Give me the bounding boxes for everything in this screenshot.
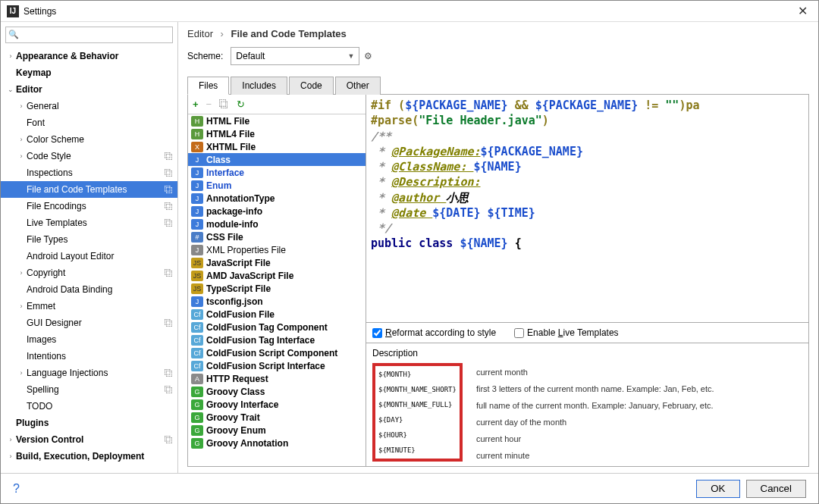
description-section: Description ${MONTH}${MONTH_NAME_SHORT}$… (366, 343, 808, 466)
template-item-css-file[interactable]: #CSS File (188, 230, 366, 243)
template-item-tsconfig-json[interactable]: Jtsconfig.json (188, 295, 366, 308)
template-item-coldfusion-file[interactable]: CfColdFusion File (188, 308, 366, 321)
sidebar-item-file-and-code-templates[interactable]: File and Code Templates⿻ (1, 181, 177, 198)
sidebar-item-todo[interactable]: TODO (1, 398, 177, 415)
template-item-typescript-file[interactable]: JSTypeScript File (188, 282, 366, 295)
cancel-button[interactable]: Cancel (746, 480, 807, 498)
sidebar-item-gui-designer[interactable]: GUI Designer⿻ (1, 315, 177, 331)
reformat-checkbox[interactable]: Reformat according to style (372, 327, 496, 338)
tab-code[interactable]: Code (289, 77, 334, 95)
template-item-amd-javascript-file[interactable]: JSAMD JavaScript File (188, 269, 366, 282)
tab-other[interactable]: Other (335, 77, 381, 95)
tree-arrow-icon: › (5, 436, 16, 443)
crumb-editor[interactable]: Editor (187, 28, 213, 39)
help-icon[interactable]: ? (13, 482, 20, 496)
ok-button[interactable]: OK (696, 480, 739, 498)
template-variable: ${MONTH_NAME_SHORT} (378, 386, 457, 393)
search-input[interactable] (5, 27, 173, 43)
template-name: ColdFusion File (206, 309, 275, 320)
tree-arrow-icon: › (5, 52, 16, 60)
copy-scope-icon: ⿻ (165, 268, 173, 277)
sidebar-item-color-scheme[interactable]: ›Color Scheme (1, 131, 177, 148)
copy-template-button[interactable]: ⿻ (219, 99, 229, 110)
remove-template-button[interactable]: − (206, 99, 212, 110)
sidebar-item-editor[interactable]: ⌄Editor (1, 81, 177, 98)
template-item-groovy-trait[interactable]: GGroovy Trait (188, 411, 366, 424)
template-name: tsconfig.json (206, 296, 263, 307)
template-name: Enum (206, 180, 231, 191)
template-item-annotationtype[interactable]: JAnnotationType (188, 192, 366, 205)
file-type-icon: # (191, 232, 203, 243)
file-type-icon: Cf (191, 309, 203, 320)
copy-scope-icon: ⿻ (165, 368, 173, 377)
sidebar-item-font[interactable]: Font (1, 114, 177, 131)
sidebar-item-images[interactable]: Images (1, 331, 177, 348)
template-item-groovy-class[interactable]: GGroovy Class (188, 385, 366, 398)
sidebar-item-live-templates[interactable]: Live Templates⿻ (1, 214, 177, 231)
reset-template-button[interactable]: ↻ (237, 99, 245, 110)
scheme-select[interactable]: Default ▼ (231, 47, 359, 65)
template-item-coldfusion-script-component[interactable]: CfColdFusion Script Component (188, 346, 366, 359)
tree-arrow-icon: › (16, 136, 27, 143)
template-name: CSS File (206, 232, 243, 243)
template-item-enum[interactable]: JEnum (188, 179, 366, 192)
sidebar-item-copyright[interactable]: ›Copyright⿻ (1, 265, 177, 281)
template-item-coldfusion-script-interface[interactable]: CfColdFusion Script Interface (188, 359, 366, 372)
template-item-class[interactable]: JClass (188, 153, 366, 166)
sidebar-item-file-encodings[interactable]: File Encodings⿻ (1, 198, 177, 214)
template-item-xhtml-file[interactable]: XXHTML File (188, 140, 366, 153)
template-variable: ${MONTH} (378, 371, 457, 378)
tab-files[interactable]: Files (187, 77, 229, 95)
sidebar-item-android-data-binding[interactable]: Android Data Binding (1, 281, 177, 298)
close-icon[interactable]: ✕ (793, 4, 812, 18)
template-variable-desc: current month (476, 368, 714, 377)
sidebar-item-emmet[interactable]: ›Emmet (1, 298, 177, 315)
window-title: Settings (24, 6, 793, 17)
template-item-groovy-enum[interactable]: GGroovy Enum (188, 424, 366, 437)
sidebar-item-code-style[interactable]: ›Code Style⿻ (1, 148, 177, 164)
template-item-html-file[interactable]: HHTML File (188, 114, 366, 127)
template-name: HTML4 File (206, 129, 255, 139)
template-item-interface[interactable]: JInterface (188, 166, 366, 179)
file-type-icon: X (191, 142, 203, 152)
tree-arrow-icon: › (5, 452, 16, 460)
options-row: Reformat according to style Enable Live … (366, 322, 808, 343)
footer: ? OK Cancel (1, 473, 818, 503)
template-item-groovy-annotation[interactable]: GGroovy Annotation (188, 437, 366, 449)
template-item-javascript-file[interactable]: JSJavaScript File (188, 256, 366, 269)
template-item-coldfusion-tag-interface[interactable]: CfColdFusion Tag Interface (188, 333, 366, 346)
gear-icon[interactable]: ⚙ (364, 51, 372, 61)
sidebar-item-appearance-behavior[interactable]: ›Appearance & Behavior (1, 48, 177, 64)
template-item-xml-properties-file[interactable]: JXML Properties File (188, 243, 366, 256)
template-item-coldfusion-tag-component[interactable]: CfColdFusion Tag Component (188, 321, 366, 333)
template-code-editor[interactable]: #if (${PACKAGE_NAME} && ${PACKAGE_NAME} … (366, 95, 808, 322)
sidebar-item-general[interactable]: ›General (1, 98, 177, 114)
sidebar-item-plugins[interactable]: Plugins (1, 415, 177, 431)
template-item-package-info[interactable]: Jpackage-info (188, 205, 366, 218)
sidebar-item-version-control[interactable]: ›Version Control⿻ (1, 431, 177, 448)
template-item-groovy-interface[interactable]: GGroovy Interface (188, 398, 366, 411)
app-icon: IJ (7, 5, 19, 17)
template-item-http-request[interactable]: AHTTP Request (188, 372, 366, 385)
sidebar-item-intentions[interactable]: Intentions (1, 348, 177, 365)
template-item-module-info[interactable]: Jmodule-info (188, 218, 366, 230)
template-variable-desc: first 3 letters of the current month nam… (476, 384, 714, 393)
template-item-html-file[interactable]: HHTML4 File (188, 127, 366, 140)
scheme-value: Default (236, 51, 265, 61)
sidebar-item-inspections[interactable]: Inspections⿻ (1, 164, 177, 181)
sidebar-item-keymap[interactable]: Keymap (1, 64, 177, 81)
add-template-button[interactable]: + (193, 99, 199, 110)
sidebar-item-spelling[interactable]: Spelling⿻ (1, 381, 177, 398)
template-name: ColdFusion Tag Component (206, 322, 328, 333)
sidebar-item-language-injections[interactable]: ›Language Injections⿻ (1, 365, 177, 381)
sidebar-item-build-execution-deployment[interactable]: ›Build, Execution, Deployment (1, 448, 177, 465)
sidebar-item-file-types[interactable]: File Types (1, 231, 177, 248)
file-type-icon: G (191, 387, 203, 397)
description-title: Description (372, 348, 802, 358)
tab-includes[interactable]: Includes (231, 77, 287, 95)
enable-live-templates-checkbox[interactable]: Enable Live Templates (514, 327, 619, 338)
chevron-down-icon: ▼ (347, 52, 354, 60)
sidebar-item-label: File Encodings (27, 201, 162, 211)
sidebar-item-android-layout-editor[interactable]: Android Layout Editor (1, 248, 177, 265)
copy-scope-icon: ⿻ (165, 185, 173, 194)
